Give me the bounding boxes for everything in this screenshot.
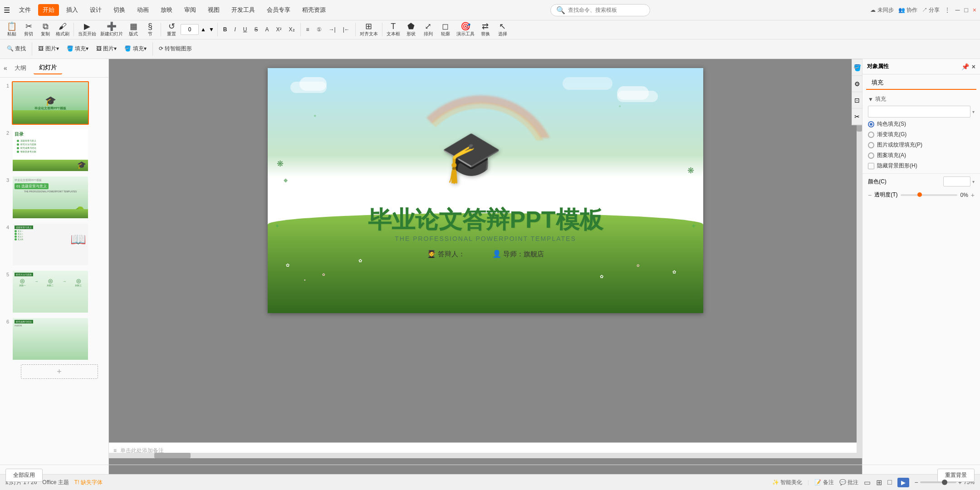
adjust-icon[interactable]: ⚙ <box>852 76 862 92</box>
slide-thumb-2[interactable]: 目录 选题背景与意义 研究方法与思路 研究成果与结论 致谢及参考文献 🎓 <box>12 128 89 172</box>
fill-option-picture[interactable]: 图片或纹理填充(P) <box>868 141 975 149</box>
layout-btn[interactable]: ▦ 版式 <box>125 21 142 38</box>
slide-num-2: 2 <box>2 130 9 136</box>
size-icon[interactable]: ⊡ <box>852 92 862 108</box>
superscript-btn[interactable]: X² <box>273 23 285 36</box>
apply-all-btn[interactable]: 全部应用 <box>5 469 43 482</box>
slide-canvas[interactable]: 🎓 ✿ ✿ ✿ ● ✿ ✿ ✿ ❋ ◆ <box>268 68 703 313</box>
slide-thumb-6[interactable]: 研究成果与结论 内容区域 <box>12 317 89 361</box>
menu-file[interactable]: 文件 <box>15 4 35 16</box>
slide-item-5[interactable]: 5 研究方法与思路 ◎关联一 → ◎关联二 → ◎关联三 <box>2 270 107 314</box>
format-brush-btn[interactable]: 🖌 格式刷 <box>54 21 71 38</box>
fill-option-solid[interactable]: 纯色填充(S) <box>868 120 975 128</box>
fill2-btn[interactable]: 🪣 填充▾ <box>121 43 149 55</box>
shape-btn[interactable]: ⬟ 形状 <box>403 21 419 38</box>
slide-thumb-1[interactable]: 🎓 毕业论文答辩PPT模板 <box>12 81 89 125</box>
section-btn[interactable]: § 节 <box>142 21 158 38</box>
align-text-btn[interactable]: ⊞ 对齐文本 <box>358 21 380 38</box>
font-color-btn[interactable]: A <box>262 23 272 36</box>
strikethrough-btn[interactable]: S <box>251 23 261 36</box>
italic-btn[interactable]: I <box>231 23 239 36</box>
font-size-up-btn[interactable]: ▲ <box>201 26 206 33</box>
color-picker-btn[interactable] <box>943 176 970 186</box>
menu-premium[interactable]: 会员专享 <box>262 4 295 16</box>
tab-outline[interactable]: 大纲 <box>9 62 32 74</box>
slide-item-3[interactable]: 3 毕业论文答辩PPT模板 01 选题背景与意义 THE PROFESSIONA… <box>2 176 107 219</box>
menu-slideshow[interactable]: 放映 <box>156 4 177 16</box>
bullet-list-btn[interactable]: ≡ <box>303 23 313 36</box>
fill-btn[interactable]: 🪣 填充▾ <box>64 43 92 55</box>
font-size-input[interactable] <box>181 24 199 35</box>
horizontal-scrollbar[interactable] <box>109 453 857 458</box>
paste-btn[interactable]: 📋 粘贴 <box>4 21 20 38</box>
add-slide-btn[interactable]: + <box>21 364 98 379</box>
menu-insert[interactable]: 插入 <box>62 4 83 16</box>
checkbox-hide-bg[interactable] <box>868 163 874 169</box>
share-btn[interactable]: ↗ 分享 <box>922 6 940 14</box>
textbox-btn[interactable]: T 文本框 <box>385 21 402 38</box>
replace-btn[interactable]: ⇄ 替换 <box>477 21 494 38</box>
fill-option-pattern[interactable]: 图案填充(A) <box>868 152 975 159</box>
subscript-btn[interactable]: X₂ <box>286 23 298 36</box>
menu-resources[interactable]: 稻壳资源 <box>298 4 330 16</box>
slide-item-1[interactable]: 1 🎓 毕业论文答辩PPT模板 <box>2 81 107 125</box>
menu-view[interactable]: 视图 <box>203 4 224 16</box>
slide-thumb-4[interactable]: 选题背景与意义 意义一 意义二 意义三 意义四 📖 <box>12 223 89 266</box>
menu-devtools[interactable]: 开发工具 <box>227 4 260 16</box>
transparency-slider[interactable] <box>901 194 958 196</box>
minimize-btn[interactable]: ─ <box>955 6 960 14</box>
image-btn[interactable]: 🖼 图片▾ <box>35 43 62 55</box>
transparency-minus-btn[interactable]: − <box>868 191 872 199</box>
fill-tab-active[interactable]: 填充 <box>866 76 976 90</box>
menu-transition[interactable]: 切换 <box>109 4 130 16</box>
menu-design[interactable]: 设计 <box>85 4 106 16</box>
find-btn[interactable]: 🔍 查找 <box>4 43 29 55</box>
present-tools-btn[interactable]: 🎯 演示工具 <box>455 21 476 38</box>
select-btn[interactable]: ↖ 选择 <box>495 21 511 38</box>
maximize-btn[interactable]: □ <box>964 6 968 14</box>
menu-animation[interactable]: 动画 <box>132 4 153 16</box>
slide-item-2[interactable]: 2 目录 选题背景与意义 研究方法与思路 研究成果与结论 致谢及参考文献 🎓 <box>2 128 107 172</box>
image2-btn[interactable]: 🖼 图片▾ <box>93 43 120 55</box>
search-input[interactable] <box>568 7 641 13</box>
fill-type-dropdown[interactable] <box>868 106 970 118</box>
play-from-current-btn[interactable]: ▶ 当页开始 <box>76 21 98 38</box>
cut-btn[interactable]: ✂ 剪切 <box>20 21 37 38</box>
menu-start[interactable]: 开始 <box>38 4 59 16</box>
font-size-down-btn[interactable]: ▼ <box>209 26 214 33</box>
close-btn[interactable]: × <box>973 6 976 14</box>
fill-option-hide-bg[interactable]: 隐藏背景图形(H) <box>868 162 975 170</box>
collaborate-btn[interactable]: 👥 协作 <box>898 6 917 14</box>
bold-btn[interactable]: B <box>220 23 230 36</box>
panel-collapse-btn[interactable]: « <box>4 64 7 72</box>
outline-btn[interactable]: ◻ 轮廓 <box>437 21 454 38</box>
zoom-slider[interactable] <box>920 481 956 483</box>
fill-tab-icon[interactable]: 🪣 <box>852 59 862 76</box>
arrange-btn[interactable]: ⤢ 排列 <box>420 21 436 38</box>
menu-review[interactable]: 审阅 <box>180 4 201 16</box>
sync-status[interactable]: ☁ 未同步 <box>870 6 893 14</box>
numbered-list-btn[interactable]: ① <box>314 23 325 36</box>
color-dropdown-arrow[interactable]: ▾ <box>972 179 975 184</box>
close-right-panel-btn[interactable]: × <box>972 63 975 70</box>
fill-dropdown-arrow[interactable]: ▾ <box>972 109 975 114</box>
new-slide-btn[interactable]: ➕ 新建幻灯片 <box>98 21 125 38</box>
crop-icon[interactable]: ✂ <box>852 108 862 125</box>
slide-item-4[interactable]: 4 选题背景与意义 意义一 意义二 意义三 意义四 📖 <box>2 223 107 266</box>
slide-thumb-3[interactable]: 毕业论文答辩PPT模板 01 选题背景与意义 THE PROFESSIONAL … <box>12 176 89 219</box>
slide-main-title-cn[interactable]: 毕业论文答辩PPT模板 <box>368 204 603 236</box>
indent-less-btn[interactable]: |← <box>340 23 353 36</box>
reset-btn[interactable]: ↺ 重置 <box>163 21 180 38</box>
hamburger-icon[interactable]: ☰ <box>4 6 10 15</box>
tab-slides[interactable]: 幻灯片 <box>34 62 62 74</box>
fill-option-gradient[interactable]: 渐变填充(G) <box>868 131 975 138</box>
smart-shape-btn[interactable]: ⟳ 转智能图形 <box>156 43 195 55</box>
more-options-icon[interactable]: ⋮ <box>944 6 951 14</box>
pin-icon[interactable]: 📌 <box>961 63 969 70</box>
transparency-plus-btn[interactable]: + <box>971 191 975 199</box>
underline-btn[interactable]: U <box>240 23 250 36</box>
slide-item-6[interactable]: 6 研究成果与结论 内容区域 <box>2 317 107 361</box>
slide-thumb-5[interactable]: 研究方法与思路 ◎关联一 → ◎关联二 → ◎关联三 <box>12 270 89 314</box>
indent-more-btn[interactable]: →| <box>326 23 339 36</box>
copy-btn[interactable]: ⧉ 复制 <box>37 21 54 38</box>
